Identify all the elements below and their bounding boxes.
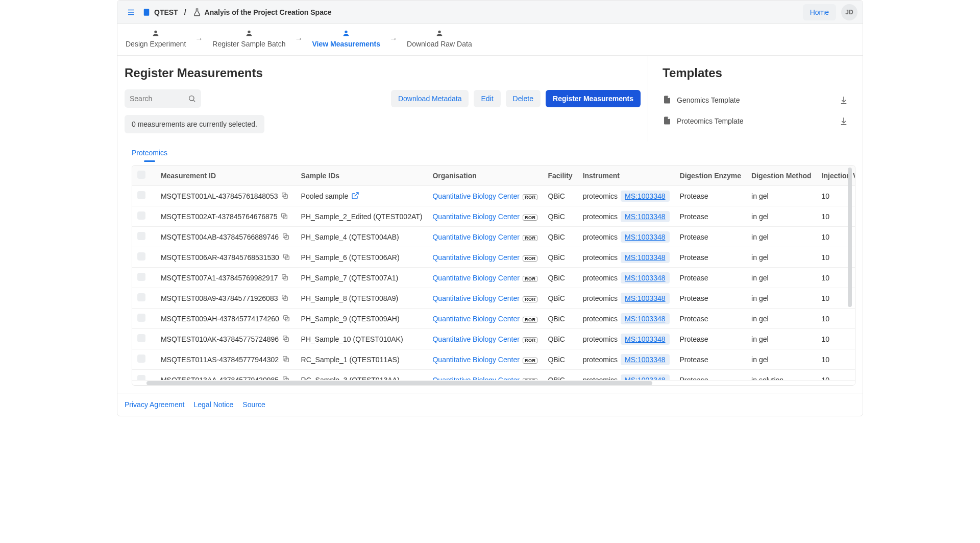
instrument-chip[interactable]: MS:1003348 bbox=[621, 231, 669, 243]
download-metadata-button[interactable]: Download Metadata bbox=[391, 90, 469, 107]
file-icon bbox=[663, 115, 672, 126]
row-checkbox[interactable] bbox=[137, 355, 145, 363]
organisation-link[interactable]: Quantitative Biology Center bbox=[432, 376, 519, 381]
cell-organisation: Quantitative Biology CenterROR bbox=[427, 247, 543, 268]
cell-sample-ids: PH_Sample_4 (QTEST004AB) bbox=[296, 227, 428, 247]
copy-icon[interactable] bbox=[282, 233, 290, 241]
organisation-link[interactable]: Quantitative Biology Center bbox=[432, 192, 519, 200]
column-instrument[interactable]: Instrument bbox=[578, 166, 675, 186]
cell-digestion-enzyme: Protease bbox=[675, 329, 747, 349]
svg-point-6 bbox=[345, 31, 348, 33]
table-scroll[interactable]: Measurement IDSample IDsOrganisationFaci… bbox=[132, 166, 855, 380]
cell-facility: QBiC bbox=[543, 268, 577, 288]
step-label: Download Raw Data bbox=[407, 40, 472, 48]
row-checkbox[interactable] bbox=[137, 293, 145, 301]
svg-point-5 bbox=[248, 31, 250, 33]
copy-icon[interactable] bbox=[282, 315, 290, 323]
copy-icon[interactable] bbox=[282, 376, 290, 380]
copy-icon[interactable] bbox=[281, 294, 289, 302]
row-checkbox[interactable] bbox=[137, 191, 145, 199]
cell-facility: QBiC bbox=[543, 288, 577, 309]
step-view-measurements[interactable]: View Measurements bbox=[312, 29, 380, 48]
ror-badge-icon: ROR bbox=[523, 194, 538, 200]
copy-icon[interactable] bbox=[282, 356, 290, 364]
step-arrow-icon: → bbox=[389, 34, 398, 43]
cell-digestion-method: in gel bbox=[746, 247, 816, 268]
cell-instrument: proteomicsMS:1003348 bbox=[578, 288, 675, 309]
step-register-sample-batch[interactable]: Register Sample Batch bbox=[212, 29, 285, 48]
cell-organisation: Quantitative Biology CenterROR bbox=[427, 186, 543, 206]
row-checkbox[interactable] bbox=[137, 375, 145, 380]
footer-privacy-link[interactable]: Privacy Agreement bbox=[125, 400, 185, 409]
instrument-chip[interactable]: MS:1003348 bbox=[621, 313, 669, 324]
organisation-link[interactable]: Quantitative Biology Center bbox=[432, 233, 519, 241]
breadcrumb-experiment[interactable]: Analyis of the Project Creation Space bbox=[205, 8, 332, 16]
column-sample-ids[interactable]: Sample IDs bbox=[296, 166, 428, 186]
column-organisation[interactable]: Organisation bbox=[427, 166, 543, 186]
cell-digestion-method: in gel bbox=[746, 309, 816, 329]
step-design-experiment[interactable]: Design Experiment bbox=[126, 29, 186, 48]
cell-facility: QBiC bbox=[543, 206, 577, 227]
hamburger-icon[interactable] bbox=[122, 5, 140, 20]
edit-button[interactable]: Edit bbox=[474, 90, 500, 107]
copy-icon[interactable] bbox=[281, 192, 289, 200]
copy-icon[interactable] bbox=[282, 335, 290, 343]
organisation-link[interactable]: Quantitative Biology Center bbox=[432, 335, 519, 343]
svg-rect-3 bbox=[144, 9, 150, 16]
download-icon[interactable] bbox=[839, 116, 848, 126]
row-checkbox[interactable] bbox=[137, 314, 145, 322]
search-input[interactable] bbox=[130, 95, 188, 103]
copy-icon[interactable] bbox=[281, 274, 289, 282]
copy-icon[interactable] bbox=[282, 253, 290, 262]
instrument-chip[interactable]: MS:1003348 bbox=[621, 272, 669, 284]
instrument-chip[interactable]: MS:1003348 bbox=[621, 334, 669, 345]
row-checkbox[interactable] bbox=[137, 273, 145, 281]
table-horizontal-scrollbar[interactable] bbox=[132, 380, 855, 385]
download-icon[interactable] bbox=[839, 96, 848, 105]
footer: Privacy Agreement Legal Notice Source bbox=[117, 393, 863, 416]
column-digestion-method[interactable]: Digestion Method bbox=[746, 166, 816, 186]
footer-source-link[interactable]: Source bbox=[242, 400, 265, 409]
cell-digestion-enzyme: Protease bbox=[675, 370, 747, 381]
column-facility[interactable]: Facility bbox=[543, 166, 577, 186]
table-vertical-scrollbar[interactable] bbox=[848, 168, 853, 373]
copy-icon[interactable] bbox=[280, 213, 288, 221]
measurements-table: Measurement IDSample IDsOrganisationFaci… bbox=[132, 166, 855, 380]
person-icon bbox=[245, 29, 253, 38]
row-checkbox[interactable] bbox=[137, 252, 145, 261]
organisation-link[interactable]: Quantitative Biology Center bbox=[432, 253, 519, 262]
instrument-chip[interactable]: MS:1003348 bbox=[621, 211, 669, 222]
delete-button[interactable]: Delete bbox=[506, 90, 541, 107]
organisation-link[interactable]: Quantitative Biology Center bbox=[432, 274, 519, 282]
svg-point-4 bbox=[154, 31, 157, 33]
external-link-icon[interactable] bbox=[351, 192, 359, 200]
cell-digestion-method: in gel bbox=[746, 227, 816, 247]
tab-proteomics[interactable]: Proteomics bbox=[132, 149, 167, 162]
avatar[interactable]: JD bbox=[841, 4, 857, 20]
instrument-chip[interactable]: MS:1003348 bbox=[621, 293, 669, 304]
column-measurement-id[interactable]: Measurement ID bbox=[156, 166, 296, 186]
cell-facility: QBiC bbox=[543, 329, 577, 349]
instrument-chip[interactable]: MS:1003348 bbox=[621, 252, 669, 263]
organisation-link[interactable]: Quantitative Biology Center bbox=[432, 356, 519, 364]
instrument-chip[interactable]: MS:1003348 bbox=[621, 191, 669, 202]
row-checkbox[interactable] bbox=[137, 334, 145, 342]
search-icon bbox=[188, 95, 196, 103]
svg-point-8 bbox=[189, 96, 194, 100]
organisation-link[interactable]: Quantitative Biology Center bbox=[432, 213, 519, 221]
instrument-chip[interactable]: MS:1003348 bbox=[621, 354, 669, 365]
template-row: Proteomics Template bbox=[663, 110, 848, 131]
breadcrumb-project[interactable]: QTEST bbox=[154, 8, 178, 16]
organisation-link[interactable]: Quantitative Biology Center bbox=[432, 294, 519, 302]
register-measurements-button[interactable]: Register Measurements bbox=[546, 90, 641, 107]
column-digestion-enzyme[interactable]: Digestion Enzyme bbox=[675, 166, 747, 186]
cell-facility: QBiC bbox=[543, 349, 577, 370]
instrument-chip[interactable]: MS:1003348 bbox=[621, 374, 669, 381]
row-checkbox[interactable] bbox=[137, 232, 145, 240]
step-download-raw-data[interactable]: Download Raw Data bbox=[407, 29, 472, 48]
home-button[interactable]: Home bbox=[803, 4, 836, 20]
footer-legal-link[interactable]: Legal Notice bbox=[194, 400, 234, 409]
row-checkbox[interactable] bbox=[137, 211, 145, 220]
organisation-link[interactable]: Quantitative Biology Center bbox=[432, 315, 519, 323]
select-all-checkbox[interactable] bbox=[137, 171, 145, 179]
